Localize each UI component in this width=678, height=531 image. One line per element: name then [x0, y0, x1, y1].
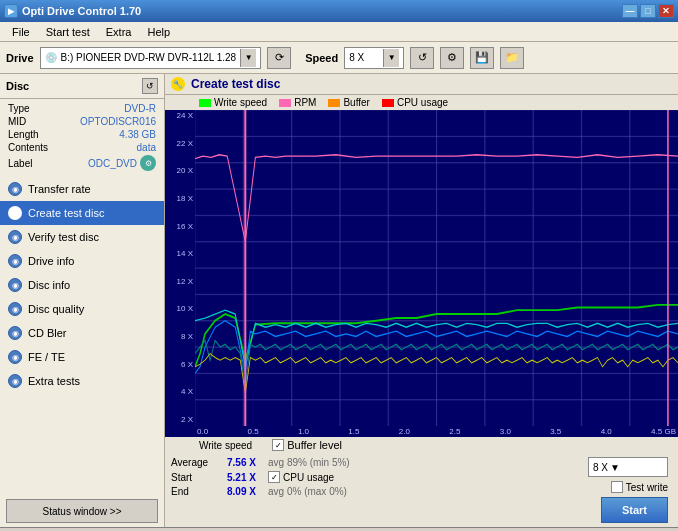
settings-button[interactable]: ⚙	[440, 47, 464, 69]
y-label-18: 18 X	[167, 195, 193, 203]
average-value: 7.56 X	[227, 457, 262, 468]
app-icon: ▶	[4, 4, 18, 18]
stats-panel: Average 7.56 X avg 89% (min 5%) Start 5.…	[171, 457, 580, 523]
fe-te-label: FE / TE	[28, 351, 65, 363]
legend-cpu-label: CPU usage	[397, 97, 448, 108]
transfer-rate-icon: ◉	[8, 182, 22, 196]
save-button[interactable]: 📁	[500, 47, 524, 69]
bottom-panel: Average 7.56 X avg 89% (min 5%) Start 5.…	[165, 453, 678, 527]
cpu-color	[382, 99, 394, 107]
sidebar-item-extra-tests[interactable]: ◉ Extra tests	[0, 369, 164, 393]
start-row: Start 5.21 X ✓ CPU usage	[171, 471, 580, 483]
write-speed-color	[199, 99, 211, 107]
x-label-2: 2.0	[399, 427, 410, 436]
extra-tests-label: Extra tests	[28, 375, 80, 387]
type-value: DVD-R	[124, 103, 156, 114]
legend-rpm-label: RPM	[294, 97, 316, 108]
menu-extra[interactable]: Extra	[98, 24, 140, 40]
contents-value: data	[137, 142, 156, 153]
disc-refresh-button[interactable]: ↺	[142, 78, 158, 94]
x-label-35: 3.5	[550, 427, 561, 436]
sidebar-item-disc-quality[interactable]: ◉ Disc quality	[0, 297, 164, 321]
main-content: Disc ↺ Type DVD-R MID OPTODISCR016 Lengt…	[0, 74, 678, 527]
disc-button[interactable]: 💾	[470, 47, 494, 69]
test-write-checkbox[interactable]	[611, 481, 623, 493]
end-row: End 8.09 X avg 0% (max 0%)	[171, 486, 580, 497]
x-label-15: 1.5	[348, 427, 359, 436]
rpm-color	[279, 99, 291, 107]
sidebar-item-create-test-disc[interactable]: ● Create test disc	[0, 201, 164, 225]
disc-quality-label: Disc quality	[28, 303, 84, 315]
drive-dropdown-arrow[interactable]: ▼	[240, 49, 256, 67]
y-label-24: 24 X	[167, 112, 193, 120]
legend-rpm: RPM	[279, 97, 316, 108]
window-title: Opti Drive Control 1.70	[22, 5, 141, 17]
sidebar-item-cd-bler[interactable]: ◉ CD Bler	[0, 321, 164, 345]
nav-items: ◉ Transfer rate ● Create test disc ◉ Ver…	[0, 177, 164, 495]
write-speed-axis-label: Write speed	[199, 440, 252, 451]
disc-label-icon[interactable]: ⚙	[140, 155, 156, 171]
minimize-button[interactable]: —	[622, 4, 638, 18]
y-label-16: 16 X	[167, 223, 193, 231]
speed-select[interactable]: 8 X ▼	[344, 47, 404, 69]
sidebar-item-disc-info[interactable]: ◉ Disc info	[0, 273, 164, 297]
cpu-usage-label: CPU usage	[283, 472, 334, 483]
speed-dropdown-arrow[interactable]: ▼	[383, 49, 399, 67]
sidebar-item-transfer-rate[interactable]: ◉ Transfer rate	[0, 177, 164, 201]
maximize-button[interactable]: □	[640, 4, 656, 18]
average-row: Average 7.56 X avg 89% (min 5%)	[171, 457, 580, 468]
sidebar-item-fe-te[interactable]: ◉ FE / TE	[0, 345, 164, 369]
y-label-8: 8 X	[167, 333, 193, 341]
legend-buffer-label: Buffer	[343, 97, 370, 108]
y-label-20: 20 X	[167, 167, 193, 175]
right-panel: 🔧 Create test disc Write speed RPM Buffe…	[165, 74, 678, 527]
disc-quality-icon: ◉	[8, 302, 22, 316]
chart-x-axis: 0.0 0.5 1.0 1.5 2.0 2.5 3.0 3.5 4.0 4.5 …	[165, 426, 678, 437]
cd-bler-label: CD Bler	[28, 327, 67, 339]
y-label-14: 14 X	[167, 250, 193, 258]
x-label-45: 4.5 GB	[651, 427, 676, 436]
drive-action-btn[interactable]: ⟳	[267, 47, 291, 69]
menu-start-test[interactable]: Start test	[38, 24, 98, 40]
type-label: Type	[8, 103, 30, 114]
x-label-1: 1.0	[298, 427, 309, 436]
contents-label: Contents	[8, 142, 48, 153]
menu-help[interactable]: Help	[139, 24, 178, 40]
test-write-row: Test write	[611, 481, 668, 493]
cpu-usage-checkbox[interactable]: ✓	[268, 471, 280, 483]
buffer-level-checkbox[interactable]: ✓	[272, 439, 284, 451]
speed-dropdown-value: 8 X	[593, 462, 608, 473]
panel-icon: 🔧	[171, 77, 185, 91]
test-write-label: Test write	[626, 482, 668, 493]
x-label-05: 0.5	[247, 427, 258, 436]
y-label-6: 6 X	[167, 361, 193, 369]
panel-header: 🔧 Create test disc	[165, 74, 678, 95]
disc-label-value: ODC_DVD	[88, 158, 137, 169]
cpu-usage-checkbox-item: ✓ CPU usage	[268, 471, 334, 483]
close-button[interactable]: ✕	[658, 4, 674, 18]
buffer-level-label: Buffer level	[287, 439, 342, 451]
y-label-4: 4 X	[167, 388, 193, 396]
mid-value: OPTODISCR016	[80, 116, 156, 127]
drive-info-icon: ◉	[8, 254, 22, 268]
drive-select[interactable]: 💿 B:) PIONEER DVD-RW DVR-112L 1.28 ▼	[40, 47, 262, 69]
sidebar: Disc ↺ Type DVD-R MID OPTODISCR016 Lengt…	[0, 74, 165, 527]
disc-section-title: Disc	[6, 80, 29, 92]
legend-cpu: CPU usage	[382, 97, 448, 108]
chart-svg	[195, 110, 678, 426]
start-button[interactable]: Start	[601, 497, 668, 523]
menu-file[interactable]: File	[4, 24, 38, 40]
legend-buffer: Buffer	[328, 97, 370, 108]
sidebar-item-verify-test-disc[interactable]: ◉ Verify test disc	[0, 225, 164, 249]
x-label-25: 2.5	[449, 427, 460, 436]
sidebar-item-drive-info[interactable]: ◉ Drive info	[0, 249, 164, 273]
legend-write-speed-label: Write speed	[214, 97, 267, 108]
average-extra: avg 89% (min 5%)	[268, 457, 350, 468]
status-window-button[interactable]: Status window >>	[6, 499, 158, 523]
title-bar: ▶ Opti Drive Control 1.70 — □ ✕	[0, 0, 678, 22]
refresh-button[interactable]: ↺	[410, 47, 434, 69]
cd-bler-icon: ◉	[8, 326, 22, 340]
x-label-4: 4.0	[601, 427, 612, 436]
speed-dropdown[interactable]: 8 X ▼	[588, 457, 668, 477]
panel-title: Create test disc	[191, 77, 280, 91]
